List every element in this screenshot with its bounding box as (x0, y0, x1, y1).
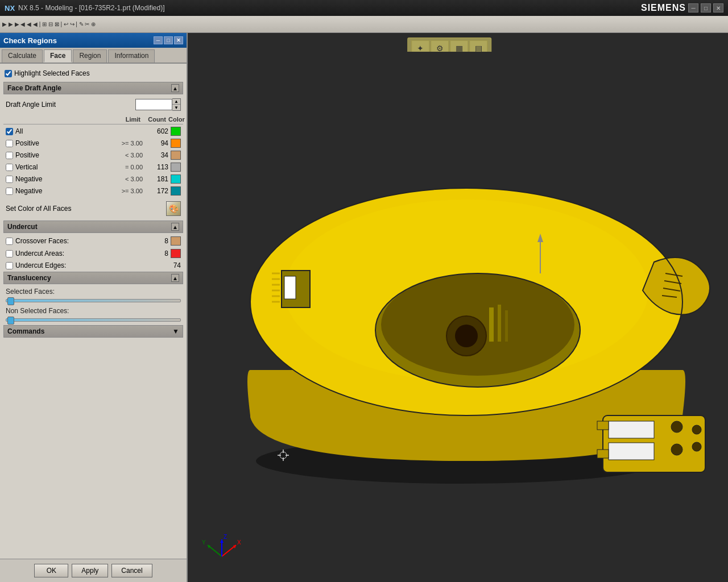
header-count-col: Count (140, 116, 166, 123)
face-vertical-checkbox[interactable] (6, 164, 13, 171)
title-left: NX NX 8.5 - Modeling - [016-735R2-1.prt … (5, 4, 165, 13)
undercut-title: Undercut (7, 223, 38, 231)
translucency-title: Translucency (7, 274, 51, 282)
undercut-areas-count: 8 (146, 250, 168, 257)
dialog-title: Check Regions (3, 36, 57, 45)
face-all-color-swatch[interactable] (171, 127, 181, 136)
face-positive2-checkbox[interactable] (6, 152, 13, 159)
app-title: NX 8.5 - Modeling - [016-735R2-1.prt (Mo… (18, 4, 164, 12)
siemens-logo: SIEMENS (641, 3, 686, 13)
dialog-titlebar: Check Regions ─ □ ✕ (0, 33, 187, 48)
highlight-selected-faces-label: Highlight Selected Faces (14, 69, 90, 77)
face-row-positive1: Positive >= 3.00 94 (3, 138, 183, 149)
face-vertical-limit: = 0.00 (109, 164, 143, 171)
face-row-negative1: Negative < 3.00 181 (3, 173, 183, 185)
undercut-collapse-button[interactable]: ▲ (171, 223, 179, 231)
main-area: Check Regions ─ □ ✕ Calculate Face Regio… (0, 33, 728, 582)
svg-text:Z: Z (224, 534, 227, 540)
svg-point-32 (692, 442, 701, 451)
face-positive2-count: 34 (143, 151, 168, 159)
crossover-faces-count: 8 (146, 237, 168, 245)
svg-rect-11 (505, 310, 508, 342)
highlight-selected-faces-checkbox[interactable] (5, 70, 12, 77)
translucency-collapse-button[interactable]: ▲ (171, 274, 179, 282)
set-color-label: Set Color of All Faces (6, 205, 71, 213)
apply-button[interactable]: Apply (72, 564, 108, 577)
face-negative2-color-swatch[interactable] (171, 186, 181, 196)
selected-faces-slider-thumb[interactable] (7, 297, 14, 305)
commands-collapse-button[interactable]: ▼ (172, 327, 179, 335)
3d-part-view (188, 33, 728, 582)
non-selected-faces-slider-thumb[interactable] (7, 317, 14, 325)
title-right: SIEMENS ─ □ ✕ (641, 3, 723, 13)
face-negative2-checkbox[interactable] (6, 188, 13, 195)
restore-button[interactable]: □ (701, 3, 711, 13)
draft-angle-input[interactable]: 3.0000 (135, 99, 172, 110)
header-color-col: Color (168, 116, 181, 123)
face-draft-collapse-button[interactable]: ▲ (171, 84, 179, 92)
3d-viewport[interactable]: ✦ ⚙ ▦ ▤ (188, 33, 728, 582)
svg-point-8 (455, 325, 478, 347)
face-positive2-limit: < 3.00 (109, 152, 143, 159)
face-vertical-color-swatch[interactable] (171, 163, 181, 172)
non-selected-faces-slider-track (6, 318, 181, 322)
undercut-areas-color-swatch[interactable] (171, 249, 181, 258)
header-limit-col: Limit (106, 116, 140, 123)
face-all-label: All (15, 127, 109, 135)
svg-rect-10 (498, 305, 501, 342)
set-color-button[interactable]: 🎨 (166, 201, 181, 216)
face-positive1-label: Positive (15, 139, 109, 147)
svg-text:Y: Y (202, 539, 206, 546)
axis-indicator: X Y Z (199, 525, 245, 571)
tab-calculate[interactable]: Calculate (2, 49, 43, 63)
ok-button[interactable]: OK (34, 564, 68, 577)
selected-faces-slider-container (3, 297, 183, 306)
svg-point-31 (692, 425, 701, 434)
undercut-edges-row: Undercut Edges: 74 (3, 260, 183, 271)
close-button[interactable]: ✕ (713, 3, 723, 13)
spin-down-button[interactable]: ▼ (172, 105, 180, 110)
nx-icon: NX (5, 4, 15, 13)
svg-rect-9 (489, 307, 494, 342)
selected-faces-slider-track (6, 299, 181, 302)
minimize-button[interactable]: ─ (688, 3, 698, 13)
dialog-minimize-button[interactable]: ─ (154, 36, 163, 44)
face-positive1-checkbox[interactable] (6, 140, 13, 147)
face-positive2-color-swatch[interactable] (171, 151, 181, 160)
tab-information[interactable]: Information (108, 49, 155, 63)
face-negative2-count: 172 (143, 187, 168, 195)
face-row-positive2: Positive < 3.00 34 (3, 149, 183, 161)
non-selected-faces-label: Non Selected Faces: (3, 306, 183, 316)
face-vertical-count: 113 (143, 163, 168, 171)
face-draft-angle-header[interactable]: Face Draft Angle ▲ (3, 82, 183, 94)
dialog-restore-button[interactable]: □ (164, 36, 173, 44)
crossover-faces-color-swatch[interactable] (171, 236, 181, 246)
dialog-close-button[interactable]: ✕ (174, 36, 183, 44)
undercut-header[interactable]: Undercut ▲ (3, 221, 183, 233)
face-all-count: 602 (143, 127, 168, 135)
undercut-edges-checkbox[interactable] (6, 262, 13, 269)
face-negative2-label: Negative (15, 187, 109, 195)
tab-region[interactable]: Region (73, 49, 107, 63)
face-all-checkbox[interactable] (6, 128, 13, 135)
dialog-tabs: Calculate Face Region Information (0, 48, 187, 64)
face-vertical-label: Vertical (15, 163, 109, 171)
face-positive1-color-swatch[interactable] (171, 139, 181, 148)
crossover-faces-checkbox[interactable] (6, 238, 13, 245)
face-draft-angle-title: Face Draft Angle (7, 84, 61, 92)
face-negative2-limit: >= 3.00 (109, 188, 143, 194)
commands-header[interactable]: Commands ▼ (3, 325, 183, 338)
translucency-header[interactable]: Translucency ▲ (3, 272, 183, 284)
cancel-button[interactable]: Cancel (111, 564, 152, 577)
face-negative1-color-swatch[interactable] (171, 174, 181, 184)
check-regions-dialog: Check Regions ─ □ ✕ Calculate Face Regio… (0, 33, 188, 582)
face-negative1-limit: < 3.00 (109, 176, 143, 182)
face-negative1-checkbox[interactable] (6, 176, 13, 183)
face-row-vertical: Vertical = 0.00 113 (3, 161, 183, 173)
undercut-areas-row: Undercut Areas: 8 (3, 248, 183, 259)
spin-up-button[interactable]: ▲ (172, 99, 180, 105)
undercut-areas-checkbox[interactable] (6, 250, 13, 257)
draft-angle-spinbox: 3.0000 ▲ ▼ (135, 98, 181, 111)
tab-face[interactable]: Face (44, 49, 72, 63)
svg-rect-34 (597, 450, 609, 458)
